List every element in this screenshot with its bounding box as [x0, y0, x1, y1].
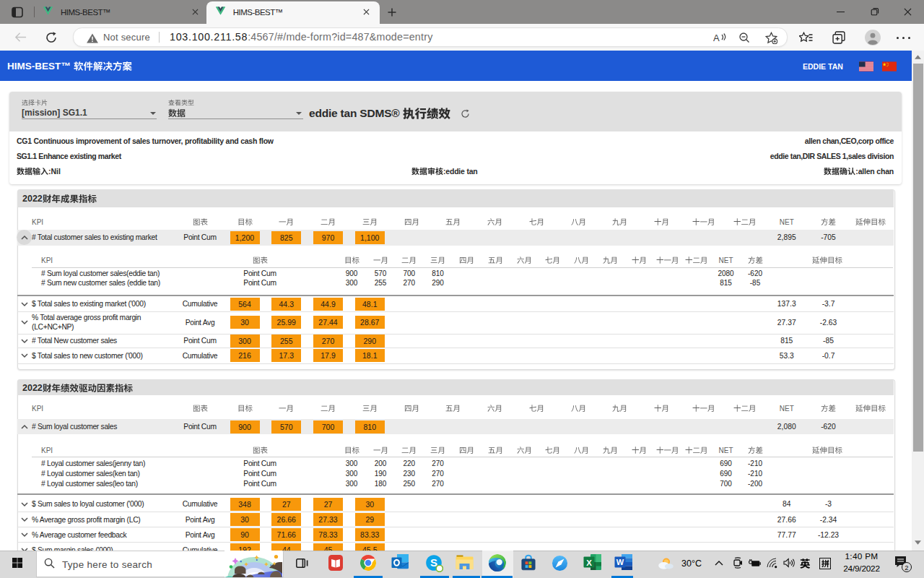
- svg-text:X: X: [586, 558, 592, 567]
- svg-text:W: W: [616, 558, 624, 566]
- svg-text:A: A: [713, 33, 720, 43]
